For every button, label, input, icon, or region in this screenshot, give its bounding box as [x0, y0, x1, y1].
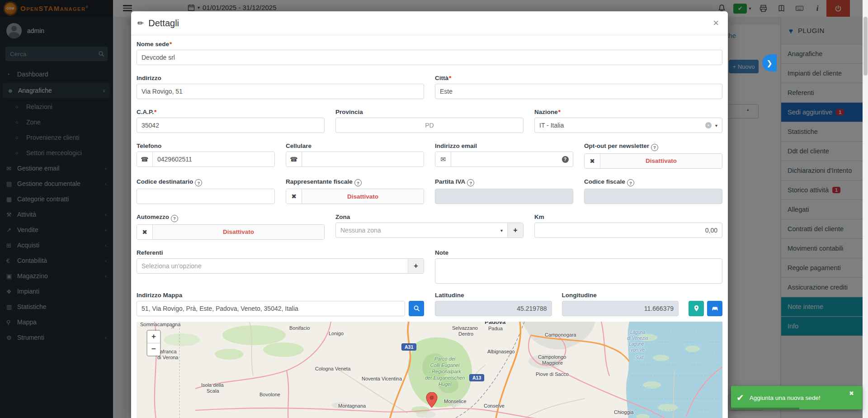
km-input[interactable]	[534, 223, 722, 238]
location-marker-icon[interactable]	[426, 392, 438, 409]
map-label: Padua	[488, 326, 503, 331]
note-label: Note	[435, 249, 722, 256]
email-label: Indirizzo email	[435, 142, 573, 149]
map-label: Bovolone	[259, 392, 280, 397]
nome-sede-input[interactable]	[137, 50, 722, 65]
provincia-label: Provincia	[335, 109, 524, 115]
map-label: Dentro	[458, 331, 473, 337]
longitudine-input	[562, 301, 679, 316]
referenti-select[interactable]: Seleziona un'opzione	[137, 259, 408, 273]
map-label: A13	[469, 374, 484, 381]
zona-select[interactable]: Nessuna zona ▾	[336, 223, 507, 238]
map-label: Selvazzano	[452, 325, 478, 331]
x-icon: ✖	[286, 189, 302, 204]
telefono-label: Telefono	[137, 142, 275, 149]
page-scrollbar[interactable]	[863, 0, 868, 418]
caret-down-icon: ▾	[715, 123, 717, 128]
indirizzo-mappa-input[interactable]	[137, 301, 405, 316]
zoom-out-button[interactable]: −	[147, 343, 160, 356]
x-icon: ✖	[137, 225, 153, 239]
help-icon[interactable]: ?	[627, 179, 634, 186]
set-marker-button[interactable]	[689, 301, 704, 316]
map-label: Cologna Veneta	[315, 366, 350, 371]
pencil-icon: ✏	[137, 19, 144, 28]
automezzo-label: Automezzo?	[137, 214, 325, 222]
referenti-label: Referenti	[137, 249, 424, 256]
cap-label: C.A.P.*	[137, 109, 325, 115]
plugin-sidebar-toggle[interactable]: ❯	[762, 54, 777, 71]
map-label: Albignasego	[487, 349, 515, 354]
modal-body: Nome sede* Indirizzo Città* C.A.P.*	[131, 35, 728, 418]
caret-down-icon: ▾	[500, 228, 503, 233]
codice-destinatario-input[interactable]	[137, 189, 275, 204]
map-label: Lagune	[629, 342, 644, 347]
rappresentante-fiscale-label: Rappresentante fiscale?	[286, 178, 424, 187]
optout-toggle[interactable]: ✖ Disattivato	[584, 153, 722, 169]
codice-fiscale-label: Codice fiscale?	[584, 178, 722, 187]
nazione-select[interactable]: IT - Italia × ▾	[534, 118, 722, 133]
map-label: di Venezia	[627, 336, 648, 341]
geocode-search-button[interactable]	[409, 301, 424, 316]
map-label: Padova	[485, 322, 505, 325]
help-icon[interactable]: ?	[467, 179, 474, 186]
clear-selection-icon[interactable]: ×	[705, 122, 712, 128]
zona-group: Nessuna zona ▾ +	[335, 223, 524, 238]
help-icon[interactable]: ?	[651, 144, 658, 151]
map-label: Campolongo	[538, 354, 566, 360]
map-label: der Euganeischen	[425, 375, 465, 380]
rappresentante-fiscale-toggle[interactable]: ✖ Disattivato	[286, 189, 424, 204]
indirizzo-mappa-label: Indirizzo Mappa	[137, 292, 405, 299]
map-label: - Regionalpark	[429, 369, 461, 374]
scrollbar-thumb[interactable]	[863, 17, 868, 76]
map-label: Parco dei	[434, 356, 455, 361]
optout-state: Disattivato	[600, 154, 722, 168]
nome-sede-label: Nome sede*	[137, 41, 722, 48]
x-icon: ✖	[585, 154, 600, 168]
provincia-input[interactable]	[335, 118, 524, 133]
help-icon[interactable]: ?	[354, 179, 362, 186]
help-icon[interactable]: ?	[195, 179, 202, 186]
leaflet-map[interactable]: Sommacampagnaafrancadi VeronaBonifacioLo…	[137, 322, 722, 418]
close-icon[interactable]: ✖	[846, 390, 857, 397]
map-label: Laguna	[630, 330, 645, 335]
referenti-group: Seleziona un'opzione +	[137, 258, 424, 274]
codice-destinatario-label: Codice destinatario?	[137, 178, 275, 187]
cellulare-group: ☎	[286, 152, 424, 167]
app-root: OSM OpenSTAManager® ▾ 01/01/2025 - 31/12…	[0, 0, 868, 418]
envelope-icon: ✉	[435, 152, 451, 166]
map-label: Bonifacio	[289, 325, 310, 331]
add-referente-button[interactable]: +	[408, 259, 424, 273]
cap-input[interactable]	[137, 118, 325, 133]
codice-fiscale-input	[584, 189, 722, 204]
add-zona-button[interactable]: +	[507, 223, 523, 238]
route-car-button[interactable]	[707, 301, 722, 316]
toast-progress-bar	[731, 408, 799, 409]
citta-input[interactable]	[435, 84, 722, 99]
km-label: Km	[534, 214, 722, 220]
help-icon[interactable]: ?	[171, 215, 178, 222]
indirizzo-input[interactable]	[137, 84, 424, 99]
check-icon: ✔	[736, 392, 744, 403]
map-label: Piove di Sacco	[536, 371, 569, 377]
email-group: ✉ ?	[435, 152, 573, 167]
partita-iva-input	[435, 189, 573, 204]
nazione-label: Nazione*	[534, 109, 722, 115]
email-input[interactable]	[451, 152, 557, 166]
map-label: Chioggia	[614, 409, 633, 415]
map-label: Camponogara	[545, 332, 576, 337]
latitudine-label: Latitudine	[435, 292, 552, 299]
indirizzo-label: Indirizzo	[137, 75, 424, 81]
zoom-in-button[interactable]: +	[147, 331, 160, 343]
note-textarea[interactable]	[435, 258, 722, 284]
cellulare-input[interactable]	[302, 152, 424, 166]
automezzo-toggle[interactable]: ✖ Disattivato	[137, 224, 325, 240]
phone-icon[interactable]: ☎	[137, 152, 153, 166]
latitudine-input	[435, 301, 552, 316]
automezzo-state: Disattivato	[153, 225, 324, 239]
telefono-input[interactable]	[153, 152, 274, 166]
close-icon[interactable]: ×	[710, 18, 722, 28]
map-zoom-control: + −	[146, 330, 161, 356]
map-label: Noventa Vicentina	[362, 376, 402, 381]
map-label: von Ve	[631, 347, 645, 352]
help-icon[interactable]: ?	[557, 152, 573, 166]
